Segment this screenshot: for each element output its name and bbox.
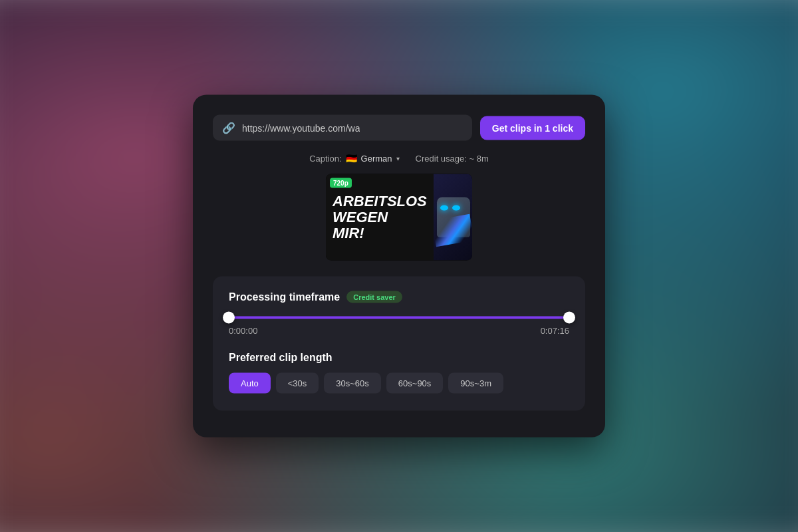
clip-btn-90s-3m[interactable]: 90s~3m bbox=[448, 373, 503, 394]
quality-badge: 720p bbox=[330, 178, 352, 188]
caption-language: German bbox=[361, 153, 392, 163]
slider-track bbox=[229, 317, 569, 319]
caption-label: Caption: bbox=[309, 153, 341, 163]
url-text: https://www.youtube.com/wa bbox=[242, 122, 360, 133]
main-card: 🔗 https://www.youtube.com/wa Get clips i… bbox=[193, 95, 605, 438]
slider-start-label: 0:00:00 bbox=[229, 326, 257, 336]
clip-btn-30s[interactable]: <30s bbox=[276, 373, 319, 394]
processing-title: Processing timeframe bbox=[229, 291, 340, 303]
clip-length-section: Preferred clip length Auto <30s 30s~60s … bbox=[229, 352, 569, 394]
clip-length-title: Preferred clip length bbox=[229, 352, 569, 364]
clip-length-buttons: Auto <30s 30s~60s 60s~90s 90s~3m bbox=[229, 373, 569, 394]
slider-end-label: 0:07:16 bbox=[541, 326, 569, 336]
url-input-wrap[interactable]: 🔗 https://www.youtube.com/wa bbox=[213, 115, 472, 141]
robot-graphic bbox=[434, 191, 472, 244]
slider-thumb-right[interactable] bbox=[563, 312, 575, 324]
url-row: 🔗 https://www.youtube.com/wa Get clips i… bbox=[213, 115, 585, 141]
slider-thumb-left[interactable] bbox=[223, 312, 235, 324]
flag-icon: 🇩🇪 bbox=[346, 153, 357, 164]
slider-labels: 0:00:00 0:07:16 bbox=[229, 326, 569, 336]
caption-select[interactable]: Caption: 🇩🇪 German ▾ bbox=[309, 153, 399, 164]
clip-btn-30-60s[interactable]: 30s~60s bbox=[324, 373, 381, 394]
sword-slash-graphic bbox=[434, 214, 472, 247]
link-icon: 🔗 bbox=[222, 122, 235, 134]
timeframe-slider[interactable]: 0:00:00 0:07:16 bbox=[229, 317, 569, 336]
video-thumbnail: 720p ARBEITSLOS WEGEN MIR! bbox=[326, 174, 472, 261]
thumbnail-text: ARBEITSLOS WEGEN MIR! bbox=[332, 193, 427, 241]
meta-row: Caption: 🇩🇪 German ▾ Credit usage: ~ 8m bbox=[213, 153, 585, 164]
get-clips-button[interactable]: Get clips in 1 click bbox=[480, 116, 585, 140]
clip-btn-60-90s[interactable]: 60s~90s bbox=[386, 373, 444, 394]
processing-section: Processing timeframe Credit saver 0:00:0… bbox=[213, 277, 585, 411]
robot-eye-left bbox=[440, 205, 448, 211]
thumbnail-robot-area bbox=[434, 174, 472, 261]
chevron-down-icon: ▾ bbox=[396, 154, 400, 162]
processing-header: Processing timeframe Credit saver bbox=[229, 291, 569, 303]
clip-btn-auto[interactable]: Auto bbox=[229, 373, 271, 394]
robot-eye-right bbox=[452, 205, 460, 211]
credit-usage: Credit usage: ~ 8m bbox=[416, 153, 489, 163]
thumbnail-wrap: 720p ARBEITSLOS WEGEN MIR! bbox=[213, 174, 585, 261]
credit-saver-badge: Credit saver bbox=[346, 291, 402, 303]
